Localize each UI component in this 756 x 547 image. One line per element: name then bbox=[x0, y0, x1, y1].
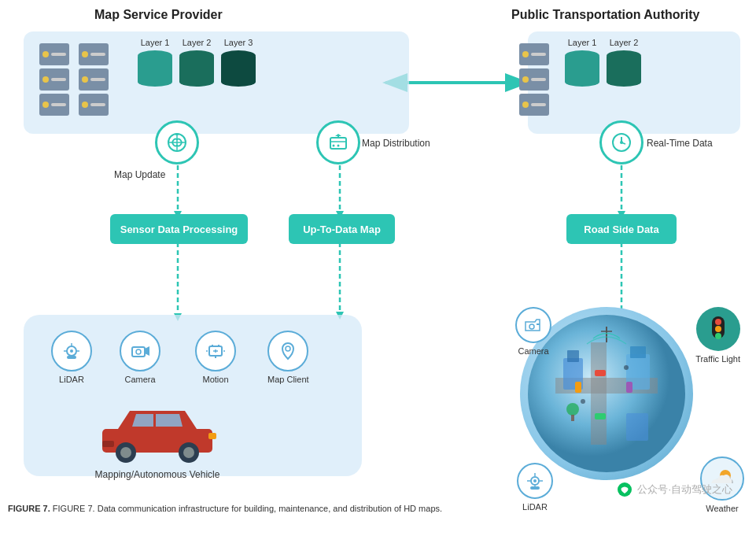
figure-caption: FIGURE 7. FIGURE 7. Data communication i… bbox=[8, 504, 442, 513]
sensor-motion: Motion bbox=[195, 331, 236, 384]
svg-point-19 bbox=[337, 145, 340, 147]
server-stack-right bbox=[519, 43, 549, 116]
svg-point-48 bbox=[183, 447, 194, 458]
svg-point-26 bbox=[70, 349, 73, 353]
roadside-traffic-light: Traffic Light bbox=[695, 307, 740, 364]
map-update-label: Map Update bbox=[114, 169, 165, 180]
svg-rect-16 bbox=[330, 138, 346, 149]
map-update-icon bbox=[155, 120, 199, 164]
diagram-container: Map Service Provider Public Transportati… bbox=[0, 0, 756, 519]
svg-point-46 bbox=[120, 447, 131, 458]
server-stack-1 bbox=[39, 43, 69, 116]
sensor-data-box: Sensor Data Processing bbox=[110, 214, 248, 244]
real-time-data-icon bbox=[599, 120, 644, 164]
roadside-lidar: LiDAR bbox=[517, 463, 553, 512]
svg-point-34 bbox=[136, 349, 141, 354]
up-to-data-map-box: Up-To-Data Map bbox=[289, 214, 395, 244]
svg-point-69 bbox=[529, 324, 534, 329]
sensor-map-client: Map Client bbox=[267, 331, 309, 384]
svg-point-64 bbox=[624, 365, 629, 370]
real-time-data-label: Real-Time Data bbox=[647, 138, 713, 149]
db-layer2-left: Layer 2 bbox=[179, 38, 214, 87]
svg-point-63 bbox=[581, 399, 585, 404]
svg-rect-32 bbox=[132, 347, 145, 357]
right-section-title: Public Transportation Authority bbox=[511, 8, 699, 22]
sensor-lidar: LiDAR bbox=[51, 331, 92, 384]
db-layer1-left: Layer 1 bbox=[138, 38, 172, 87]
svg-rect-66 bbox=[571, 415, 574, 421]
db-layer1-right: Layer 1 bbox=[565, 38, 599, 87]
svg-point-65 bbox=[566, 403, 579, 416]
svg-point-76 bbox=[533, 479, 537, 482]
sensor-camera-vehicle: Camera bbox=[120, 331, 160, 384]
road-side-data-box: Road Side Data bbox=[566, 214, 677, 244]
map-distribution-label: Map Distribution bbox=[362, 138, 430, 149]
server-stack-2 bbox=[79, 43, 109, 116]
svg-rect-57 bbox=[630, 346, 646, 358]
map-distribution-icon bbox=[316, 120, 360, 164]
svg-rect-58 bbox=[626, 413, 648, 441]
svg-rect-50 bbox=[102, 441, 114, 447]
svg-point-43 bbox=[286, 346, 290, 351]
car-image: Mapping/Autonomous Vehicle bbox=[94, 401, 220, 480]
svg-rect-60 bbox=[595, 413, 606, 419]
svg-rect-49 bbox=[208, 433, 216, 439]
svg-rect-31 bbox=[67, 356, 76, 359]
svg-rect-62 bbox=[626, 382, 632, 393]
svg-rect-61 bbox=[575, 382, 581, 393]
svg-point-72 bbox=[715, 319, 721, 325]
svg-point-73 bbox=[715, 326, 721, 332]
db-layer2-right: Layer 2 bbox=[607, 38, 641, 87]
watermark: 公众号·自动驾驶之心 bbox=[617, 482, 732, 497]
svg-rect-55 bbox=[567, 350, 579, 362]
svg-rect-70 bbox=[537, 323, 540, 325]
roadside-camera: Camera bbox=[515, 307, 551, 356]
vehicle-label: Mapping/Autonomous Vehicle bbox=[94, 469, 220, 480]
svg-point-74 bbox=[715, 333, 721, 339]
left-section-title: Map Service Provider bbox=[94, 8, 223, 22]
svg-rect-59 bbox=[595, 370, 606, 376]
svg-point-18 bbox=[333, 145, 335, 147]
svg-rect-81 bbox=[530, 486, 540, 490]
db-layer3-left: Layer 3 bbox=[221, 38, 256, 87]
